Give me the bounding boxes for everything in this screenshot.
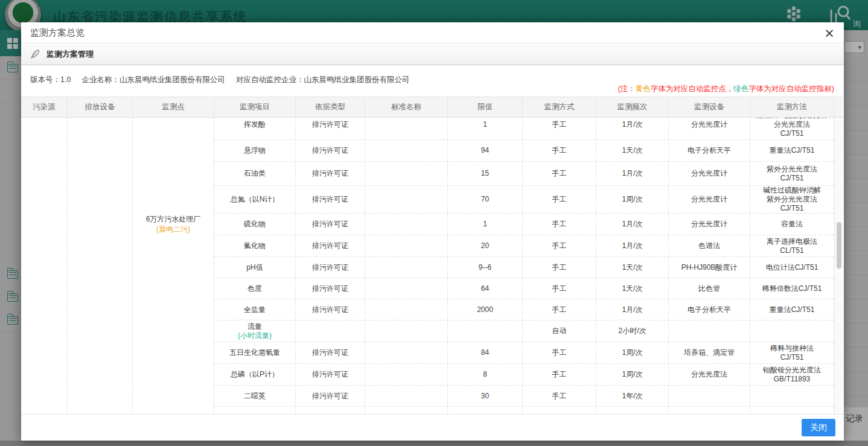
column-header: 监测频次 xyxy=(596,97,669,117)
quill-pen-icon xyxy=(30,49,40,60)
cell-item: pH值 xyxy=(214,257,296,278)
cell-basis xyxy=(296,407,365,414)
modal-title: 监测方案总览 xyxy=(30,27,85,39)
cell-freq: 1天/次 xyxy=(596,140,669,161)
cell-mode xyxy=(523,407,596,414)
table-row: 五日生化需氧量排污许可证84手工1周/次培养箱、滴定管稀释与接种法 CJ/T51 xyxy=(214,342,834,364)
cell-device: 电子分析天平 xyxy=(669,299,750,320)
cell-method xyxy=(750,407,834,414)
cell-standard xyxy=(365,118,448,139)
table-row: 氟化物排污许可证20手工1月/次色谱法离子选择电极法 CL/T51 xyxy=(214,235,834,257)
cell-device xyxy=(669,320,750,342)
cell-limit xyxy=(448,320,523,342)
cell-method xyxy=(750,320,834,342)
cell-item: 色度 xyxy=(214,278,296,299)
column-header: 限值 xyxy=(448,97,523,117)
cell-item: 全盐量 xyxy=(214,299,296,320)
scrollbar-thumb[interactable] xyxy=(837,222,841,269)
version-label: 版本号：1.0 xyxy=(30,75,71,85)
cell-basis: 排污许可证 xyxy=(296,257,365,278)
cell-limit: 1 xyxy=(448,214,523,235)
monitoring-table: 污染源排放设备监测点监测项目依据类型标准名称限值监测方式监测频次监测设备监测方法… xyxy=(21,97,843,414)
column-header: 监测方法 xyxy=(750,97,834,117)
cell-item: 氟化物 xyxy=(214,235,296,256)
cell-mode: 自动 xyxy=(523,320,596,342)
column-header: 监测方式 xyxy=(523,97,596,117)
cell-mode: 手工 xyxy=(523,257,596,278)
cell-method: 紫外分光光度法 CJ/T51 xyxy=(750,162,834,185)
cell-freq: 1天/次 xyxy=(596,278,669,299)
cell-mode: 手工 xyxy=(523,278,596,299)
cell-device: 比色管 xyxy=(669,278,750,299)
table-row xyxy=(214,407,834,414)
modal-footer: 关闭 xyxy=(21,414,844,441)
cell-standard xyxy=(365,278,448,299)
cell-freq: 1月/次 xyxy=(596,299,669,320)
cell-device: 电子分析天平 xyxy=(669,140,750,161)
cell-standard xyxy=(365,214,448,235)
cell-method: 稀释倍数法CJ/T51 xyxy=(750,278,834,299)
cell-method xyxy=(750,386,834,406)
table-row: 硫化物排污许可证1手工1月/次分光光度计容量法 xyxy=(214,214,834,235)
table-row: 全盐量排污许可证2000手工1月/次电子分析天平重量法CJ/T51 xyxy=(214,299,834,320)
modal-header: 监测方案总览 × xyxy=(21,22,844,43)
table-row: 悬浮物排污许可证94手工1天/次电子分析天平重量法CJ/T51 xyxy=(214,140,834,162)
cell-basis xyxy=(296,320,365,342)
cell-standard xyxy=(365,364,448,385)
close-button[interactable]: 关闭 xyxy=(802,419,835,436)
cell-standard xyxy=(365,140,448,161)
table-header-row: 污染源排放设备监测点监测项目依据类型标准名称限值监测方式监测频次监测设备监测方法 xyxy=(21,97,843,118)
cell-freq xyxy=(596,407,669,414)
cell-mode: 手工 xyxy=(523,342,596,363)
cell-item: 二噁英 xyxy=(214,386,296,406)
cell-basis: 排污许可证 xyxy=(296,186,365,213)
cell-basis: 排污许可证 xyxy=(296,342,365,363)
cell-basis: 排污许可证 xyxy=(296,118,365,139)
cell-mode: 手工 xyxy=(523,118,596,139)
table-body: 6万方污水处理厂 (晨鸣二污) 挥发酚排污许可证1手工1月/次分光光度计蒸馏后4… xyxy=(21,118,834,414)
cell-limit: 94 xyxy=(448,140,523,161)
cell-freq: 1天/次 xyxy=(596,257,669,278)
cell-device: 培养箱、滴定管 xyxy=(669,342,750,363)
item-sub-label: (小时流量) xyxy=(238,331,272,340)
close-icon[interactable]: × xyxy=(822,26,837,40)
cell-limit: 1 xyxy=(448,118,523,139)
cell-item: 挥发酚 xyxy=(214,118,296,139)
cell-basis: 排污许可证 xyxy=(296,235,365,256)
monitoring-point-alias: (晨鸣二污) xyxy=(146,225,201,235)
green-word: 绿色 xyxy=(733,84,748,93)
cell-basis: 排污许可证 xyxy=(296,214,365,235)
cell-mode: 手工 xyxy=(523,162,596,185)
table-rows: 挥发酚排污许可证1手工1月/次分光光度计蒸馏后4-氨基安替比林分光光度法 CJ/… xyxy=(214,118,834,414)
cell-limit: 8 xyxy=(448,364,523,385)
cell-device: 色谱法 xyxy=(669,235,750,256)
info-bar: 版本号：1.0 企业名称：山东晨鸣纸业集团股份有限公司 对应自动监控企业：山东晨… xyxy=(21,65,844,97)
cell-basis: 排污许可证 xyxy=(296,278,365,299)
cell-limit: 15 xyxy=(448,162,523,185)
cell-limit: 70 xyxy=(448,186,523,213)
cell-mode: 手工 xyxy=(523,299,596,320)
table-row: 二噁英排污许可证30手工1年/次 xyxy=(214,386,834,407)
cell-standard xyxy=(365,386,448,406)
table-row: 挥发酚排污许可证1手工1月/次分光光度计蒸馏后4-氨基安替比林分光光度法 CJ/… xyxy=(214,118,834,140)
color-legend-note: (注：黄色字体为对应自动监控点，绿色字体为对应自动监控指标) xyxy=(618,84,834,94)
cell-freq: 1年/次 xyxy=(596,386,669,406)
column-header: 监测项目 xyxy=(214,97,296,117)
cell-mode: 手工 xyxy=(523,186,596,213)
cell-item: 石油类 xyxy=(214,162,296,185)
cell-standard xyxy=(365,257,448,278)
cell-standard xyxy=(365,342,448,363)
cell-mode: 手工 xyxy=(523,235,596,256)
cell-item: 硫化物 xyxy=(214,214,296,235)
cell-limit: 84 xyxy=(448,342,523,363)
company-label: 企业名称：山东晨鸣纸业集团股份有限公司 xyxy=(81,75,225,85)
table-row: 总磷（以P计）排污许可证8手工1周/次分光光度法钼酸铵分光光度法 GB/T118… xyxy=(214,364,834,386)
cell-monitoring-point: 6万方污水处理厂 (晨鸣二污) xyxy=(133,118,214,414)
cell-device xyxy=(669,407,750,414)
table-row: pH值排污许可证9--6手工1天/次PH-HJ90B酸度计电位计法CJ/T51 xyxy=(214,257,834,278)
cell-standard xyxy=(365,162,448,185)
cell-item xyxy=(214,407,296,414)
cell-device: 分光光度计 xyxy=(669,118,750,139)
vertical-scrollbar[interactable] xyxy=(834,118,843,414)
cell-method: 蒸馏后4-氨基安替比林分光光度法 CJ/T51 xyxy=(750,118,834,139)
